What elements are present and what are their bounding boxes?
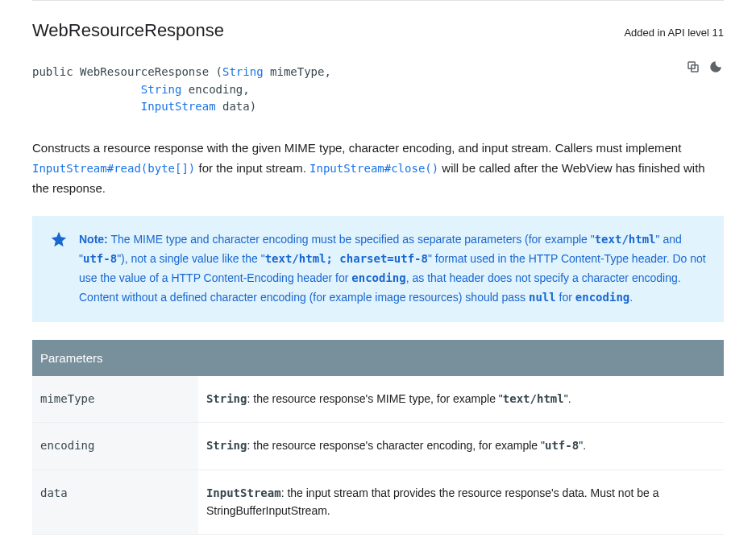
type-link[interactable]: String <box>141 83 182 96</box>
api-link[interactable]: InputStream#read(byte[]) <box>32 162 195 175</box>
table-header-row: Parameters <box>32 340 724 376</box>
theme-toggle-icon[interactable] <box>708 59 724 75</box>
table-row: mimeType String: the resource response's… <box>32 376 724 423</box>
type-link[interactable]: InputStream <box>141 100 216 113</box>
note-label: Note: <box>79 233 108 246</box>
parameters-table: Parameters mimeType String: the resource… <box>32 340 724 536</box>
page-title: WebResourceResponse <box>32 20 224 41</box>
divider <box>32 0 724 1</box>
method-signature: public WebResourceResponse (String mimeT… <box>32 64 724 116</box>
copy-icon[interactable] <box>685 59 701 75</box>
param-desc: String: the resource response's MIME typ… <box>198 376 724 423</box>
param-name: data <box>32 470 198 534</box>
param-name: mimeType <box>32 376 198 423</box>
param-name: encoding <box>32 423 198 470</box>
table-row: encoding String: the resource response's… <box>32 423 724 470</box>
api-link[interactable]: InputStream#close() <box>309 162 438 175</box>
method-description: Constructs a resource response with the … <box>32 139 724 198</box>
param-desc: String: the resource response's characte… <box>198 423 724 470</box>
api-level-badge: Added in API level 11 <box>624 27 724 39</box>
code-actions <box>685 59 724 75</box>
type-link[interactable]: String <box>222 65 264 78</box>
param-desc: InputStream: the input stream that provi… <box>198 470 724 534</box>
star-icon <box>50 230 68 254</box>
table-row: data InputStream: the input stream that … <box>32 470 724 534</box>
note-callout: Note: The MIME type and character encodi… <box>32 216 724 321</box>
method-header: WebResourceResponse Added in API level 1… <box>32 20 724 41</box>
parameters-header: Parameters <box>32 340 724 376</box>
